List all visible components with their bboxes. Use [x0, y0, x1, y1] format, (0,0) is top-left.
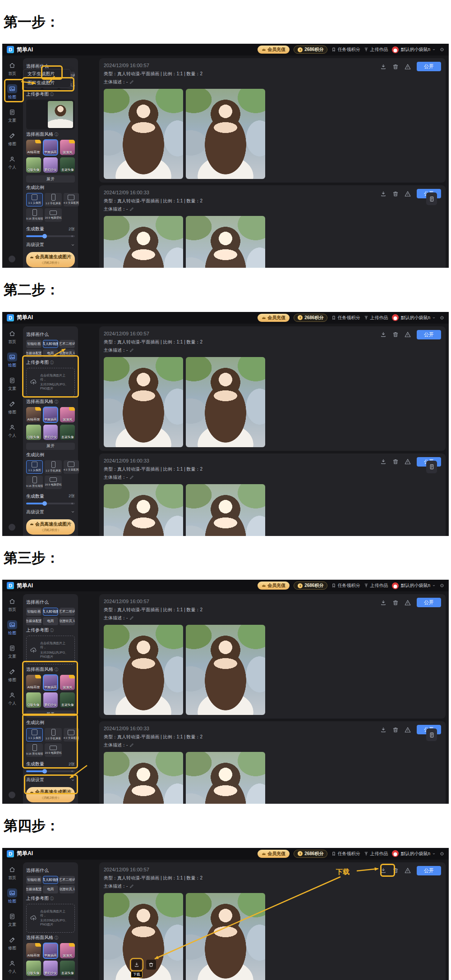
edit-icon[interactable] [129, 348, 134, 353]
count-slider[interactable] [26, 235, 75, 237]
tasks-button[interactable]: 任务领积分 [331, 315, 360, 321]
sidebar-item-draw[interactable]: 绘图 [7, 84, 17, 100]
publish-button[interactable]: 公开 [417, 866, 441, 875]
expand-styles-button[interactable]: 展开 [26, 443, 75, 450]
ratio-1-1[interactable]: 1:1 头像图 [26, 193, 43, 206]
generate-button[interactable]: 会员高速生成图片 （消耗2积分） [26, 252, 75, 267]
upload-dropzone[interactable]: 点击或拖拽图片上传， 支持20M以内JPG、PNG图片 [26, 368, 75, 397]
report-icon[interactable] [405, 600, 411, 606]
generated-image[interactable] [186, 625, 265, 715]
feature-anime-to-real[interactable]: 动漫转真人 [60, 617, 75, 625]
sidebar-item-home[interactable]: 首页 [7, 61, 17, 77]
report-icon[interactable] [405, 727, 411, 733]
style-option[interactable]: 国漫风 [60, 675, 75, 690]
edit-icon[interactable] [129, 884, 134, 888]
feature-real-to-anime[interactable]: 真人转动漫 [43, 876, 58, 884]
image-download-button[interactable] [132, 960, 142, 970]
advanced-settings-toggle[interactable]: 高级设置 [26, 509, 75, 515]
vip-recharge-button[interactable]: 会员充值 [258, 582, 290, 590]
generated-image[interactable] [104, 625, 183, 715]
logout-button[interactable] [440, 316, 444, 320]
style-option[interactable]: 国漫风 [60, 943, 75, 958]
delete-icon[interactable] [392, 727, 399, 733]
feature-media-image[interactable]: 自媒体配图 [26, 617, 41, 625]
advanced-settings-toggle[interactable]: 高级设置 [26, 777, 75, 783]
ratio-1-2[interactable]: 1:2 手机屏幕 [45, 193, 61, 206]
delete-icon[interactable] [392, 331, 399, 338]
download-icon[interactable] [380, 458, 387, 465]
feature-art-qrcode[interactable]: 艺术二维码 [60, 876, 75, 884]
report-icon[interactable] [405, 458, 411, 465]
generated-image[interactable] [104, 216, 183, 268]
feature-anime-to-real[interactable]: 动漫转真人 [60, 349, 75, 357]
download-icon[interactable] [380, 600, 387, 606]
tutorial-widget[interactable] [426, 728, 437, 741]
user-menu[interactable]: 默认的小袋鼠n [392, 850, 436, 857]
generated-image[interactable] [186, 357, 265, 447]
credits-badge[interactable]: ¥2686积分 [294, 314, 327, 322]
ratio-4-3[interactable]: 4:3 文章配图 [64, 728, 79, 742]
sidebar-item-profile[interactable]: 个人 [7, 959, 17, 975]
edit-icon[interactable] [129, 743, 134, 747]
sidebar-item-copywriting[interactable]: 文案 [7, 108, 17, 124]
report-icon[interactable] [405, 191, 411, 197]
upload-dropzone[interactable]: 点击或拖拽图片上传， 支持20M以内JPG、PNG图片 [26, 636, 75, 664]
logout-button[interactable] [440, 47, 444, 52]
ratio-1-1[interactable]: 1:1 头像图 [26, 728, 43, 742]
user-menu[interactable]: 默认的小袋鼠n [392, 314, 436, 321]
ratio-9-16[interactable]: 9:16 宣传海报 [26, 208, 43, 222]
sidebar-item-draw[interactable]: 绘图 [7, 353, 17, 368]
sidebar-item-retouch[interactable]: 修图 [7, 667, 17, 683]
style-option[interactable]: AI绘画馆 [26, 675, 41, 690]
report-icon[interactable] [405, 64, 411, 70]
generated-image[interactable] [104, 484, 183, 536]
vip-recharge-button[interactable]: 会员充值 [258, 46, 290, 54]
feature-smart-draw[interactable]: 智能绘画 [26, 340, 41, 348]
report-icon[interactable] [405, 331, 411, 338]
style-option[interactable]: 梦幻少女 [43, 692, 58, 708]
feature-ecommerce[interactable]: 电商 [43, 617, 58, 625]
publish-button[interactable]: 公开 [417, 62, 441, 71]
generated-image[interactable] [186, 216, 265, 268]
style-option[interactable]: 梦幻少女 [43, 425, 58, 440]
download-icon[interactable] [380, 331, 387, 338]
feature-ecommerce[interactable]: 电商 [43, 885, 58, 893]
sidebar-item-retouch[interactable]: 修图 [7, 935, 17, 951]
slider-thumb[interactable] [42, 234, 47, 238]
style-option[interactable]: 国漫风 [60, 407, 75, 422]
ratio-9-16[interactable]: 9:16 宣传海报 [26, 476, 43, 489]
ratio-1-1[interactable]: 1:1 头像图 [26, 460, 43, 474]
ratio-1-2[interactable]: 1:2 手机屏幕 [45, 460, 61, 474]
credits-badge[interactable]: ¥2686积分 [294, 850, 327, 858]
slider-thumb[interactable] [42, 769, 47, 774]
download-icon[interactable] [380, 727, 387, 733]
user-menu[interactable]: 默认的小袋鼠n [392, 582, 436, 589]
delete-icon[interactable] [392, 64, 399, 70]
delete-icon[interactable] [392, 191, 399, 197]
image-delete-button[interactable] [146, 960, 156, 970]
upload-work-button[interactable]: 上传作品 [364, 46, 388, 53]
tasks-button[interactable]: 任务领积分 [331, 582, 360, 589]
generated-image[interactable] [186, 893, 265, 980]
feature-art-qrcode[interactable]: 艺术二维码 [60, 608, 75, 616]
tasks-button[interactable]: 任务领积分 [331, 46, 360, 53]
generated-image[interactable] [104, 752, 183, 804]
edit-icon[interactable] [129, 207, 134, 211]
credits-badge[interactable]: ¥2686积分 [294, 582, 327, 590]
download-icon[interactable] [380, 64, 387, 70]
style-option[interactable]: 圣诞头像 [60, 692, 75, 708]
delete-icon[interactable] [392, 600, 399, 606]
sidebar-item-profile[interactable]: 个人 [7, 155, 17, 170]
style-option[interactable]: Q版头像 [26, 157, 41, 173]
vip-recharge-button[interactable]: 会员充值 [258, 314, 290, 322]
style-option[interactable]: AI绘画馆 [26, 407, 41, 422]
style-option[interactable]: 圣诞头像 [60, 961, 75, 976]
generated-image[interactable] [104, 357, 183, 447]
sidebar-item-draw[interactable]: 绘图 [7, 888, 17, 904]
upload-work-button[interactable]: 上传作品 [364, 582, 388, 589]
feature-ecommerce[interactable]: 电商 [43, 349, 58, 357]
count-slider[interactable] [26, 770, 75, 772]
generated-image[interactable] [186, 89, 265, 179]
style-option-selected[interactable]: 平面插画 [43, 407, 58, 422]
style-option[interactable]: 梦幻少女 [43, 961, 58, 976]
